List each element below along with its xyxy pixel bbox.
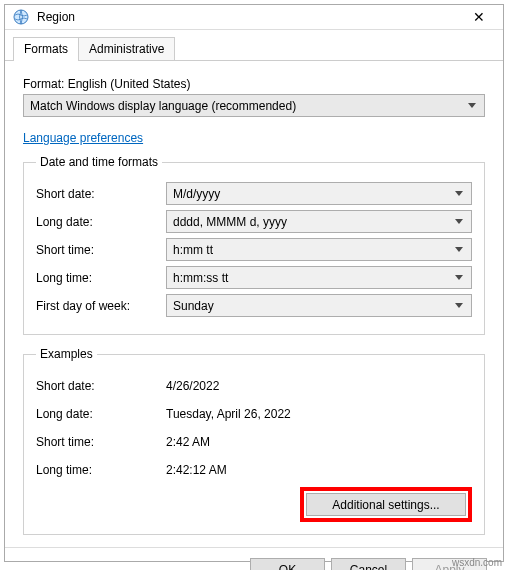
long-date-value: dddd, MMMM d, yyyy [173,215,287,229]
language-preferences-link[interactable]: Language preferences [23,131,143,145]
dialog-button-bar: OK Cancel Apply [5,547,503,570]
tab-strip: Formats Administrative [5,36,503,61]
chevron-down-icon [455,303,463,308]
short-date-combo[interactable]: M/d/yyyy [166,182,472,205]
ex-long-time-value: 2:42:12 AM [166,463,472,477]
ex-short-date-value: 4/26/2022 [166,379,472,393]
format-combo[interactable]: Match Windows display language (recommen… [23,94,485,117]
first-day-combo[interactable]: Sunday [166,294,472,317]
short-time-label: Short time: [36,243,166,257]
date-time-formats-group: Date and time formats Short date: M/d/yy… [23,155,485,335]
ex-short-time-label: Short time: [36,435,166,449]
svg-point-0 [14,10,28,24]
long-time-value: h:mm:ss tt [173,271,228,285]
chevron-down-icon [455,219,463,224]
additional-settings-button[interactable]: Additional settings... [306,493,466,516]
watermark: wsxdn.com [452,557,502,568]
ex-short-time-value: 2:42 AM [166,435,472,449]
window-title: Region [37,10,463,24]
chevron-down-icon [468,103,476,108]
date-time-formats-legend: Date and time formats [36,155,162,169]
first-day-value: Sunday [173,299,214,313]
short-date-label: Short date: [36,187,166,201]
tab-content: Format: English (United States) Match Wi… [5,61,503,547]
chevron-down-icon [455,247,463,252]
short-time-value: h:mm tt [173,243,213,257]
ok-button[interactable]: OK [250,558,325,570]
first-day-label: First day of week: [36,299,166,313]
examples-legend: Examples [36,347,97,361]
ex-short-date-label: Short date: [36,379,166,393]
cancel-button[interactable]: Cancel [331,558,406,570]
tab-formats[interactable]: Formats [13,37,79,61]
titlebar: Region ✕ [5,5,503,30]
chevron-down-icon [455,275,463,280]
close-button[interactable]: ✕ [463,5,495,29]
long-date-label: Long date: [36,215,166,229]
long-time-combo[interactable]: h:mm:ss tt [166,266,472,289]
ex-long-time-label: Long time: [36,463,166,477]
region-dialog: Region ✕ Formats Administrative Format: … [4,4,504,562]
ex-long-date-label: Long date: [36,407,166,421]
chevron-down-icon [455,191,463,196]
ex-long-date-value: Tuesday, April 26, 2022 [166,407,472,421]
format-combo-value: Match Windows display language (recommen… [30,99,296,113]
examples-group: Examples Short date: 4/26/2022 Long date… [23,347,485,535]
tab-administrative[interactable]: Administrative [78,37,175,60]
long-time-label: Long time: [36,271,166,285]
short-date-value: M/d/yyyy [173,187,220,201]
short-time-combo[interactable]: h:mm tt [166,238,472,261]
additional-settings-highlight: Additional settings... [300,487,472,522]
format-label: Format: English (United States) [23,77,485,91]
globe-icon [13,9,29,25]
long-date-combo[interactable]: dddd, MMMM d, yyyy [166,210,472,233]
